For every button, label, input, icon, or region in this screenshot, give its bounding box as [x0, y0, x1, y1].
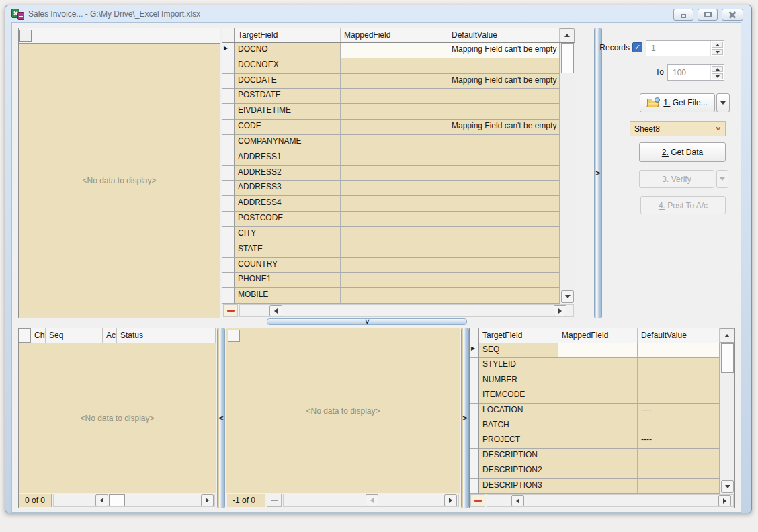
- cell-defaultvalue[interactable]: [638, 373, 720, 388]
- select-all-cell[interactable]: [19, 30, 32, 42]
- table-row[interactable]: MOBILE: [222, 288, 560, 304]
- get-file-dropdown-button[interactable]: [716, 93, 730, 112]
- cell-mappedfield[interactable]: [558, 479, 638, 494]
- cell-defaultvalue[interactable]: [638, 343, 720, 358]
- cell-mappedfield[interactable]: [341, 135, 448, 150]
- cell-defaultvalue[interactable]: [638, 449, 720, 463]
- scroll-right-button[interactable]: [718, 495, 731, 506]
- cell-targetfield[interactable]: DOCNOEX: [235, 58, 341, 74]
- column-header[interactable]: Act: [103, 328, 117, 343]
- table-row[interactable]: ▶DOCNOMapping Field can't be empty: [222, 43, 560, 58]
- cell-targetfield[interactable]: DESCRIPTION: [479, 449, 558, 463]
- scroll-down-button[interactable]: [721, 480, 734, 493]
- scroll-up-button[interactable]: [560, 28, 575, 42]
- vertical-splitter[interactable]: >: [461, 328, 469, 508]
- cell-defaultvalue[interactable]: [448, 196, 560, 212]
- horizontal-scrollbar[interactable]: [239, 304, 574, 317]
- cell-defaultvalue[interactable]: [638, 479, 720, 494]
- column-header[interactable]: MappedField: [341, 28, 448, 42]
- table-row[interactable]: ADDRESS3: [222, 181, 560, 196]
- scrollbar-thumb[interactable]: [721, 343, 734, 373]
- cell-targetfield[interactable]: MOBILE: [235, 288, 341, 304]
- cell-defaultvalue[interactable]: [448, 242, 560, 258]
- vertical-scrollbar[interactable]: [560, 43, 575, 304]
- cell-defaultvalue[interactable]: ----: [638, 433, 720, 448]
- cell-mappedfield[interactable]: [558, 418, 638, 433]
- table-row[interactable]: ADDRESS2: [222, 166, 560, 181]
- get-data-button[interactable]: 2. Get Data: [639, 142, 726, 162]
- cell-targetfield[interactable]: BATCH: [479, 418, 558, 433]
- cell-mappedfield[interactable]: [341, 242, 448, 258]
- cell-targetfield[interactable]: PROJECT: [479, 433, 558, 448]
- scroll-right-button[interactable]: [554, 305, 566, 316]
- remove-row-button[interactable]: [267, 494, 282, 507]
- table-row[interactable]: STYLEID: [470, 358, 720, 373]
- cell-targetfield[interactable]: STATE: [235, 242, 341, 258]
- cell-defaultvalue[interactable]: Mapping Field can't be empty: [448, 120, 560, 135]
- cell-targetfield[interactable]: ADDRESS1: [235, 150, 341, 166]
- cell-defaultvalue[interactable]: [448, 273, 560, 288]
- cell-defaultvalue[interactable]: [448, 288, 560, 304]
- cell-defaultvalue[interactable]: [638, 463, 720, 478]
- spin-down-button[interactable]: [712, 73, 723, 79]
- table-row[interactable]: PHONE1: [222, 273, 560, 288]
- table-row[interactable]: DOCDATEMapping Field can't be empty: [222, 74, 560, 89]
- cell-mappedfield[interactable]: [341, 166, 448, 181]
- column-header[interactable]: Status: [117, 328, 216, 343]
- cell-mappedfield[interactable]: [341, 258, 448, 273]
- cell-targetfield[interactable]: COUNTRY: [235, 258, 341, 273]
- table-row[interactable]: COUNTRY: [222, 258, 560, 273]
- column-header[interactable]: MappedField: [558, 328, 638, 343]
- cell-mappedfield[interactable]: [558, 358, 638, 373]
- cell-mappedfield[interactable]: [341, 227, 448, 242]
- records-checkbox[interactable]: ✓: [632, 42, 642, 52]
- spin-up-button[interactable]: [712, 42, 723, 48]
- cell-mappedfield[interactable]: [341, 74, 448, 89]
- cell-targetfield[interactable]: DESCRIPTION3: [479, 479, 558, 494]
- table-row[interactable]: BATCH: [470, 418, 720, 433]
- minimize-button[interactable]: [673, 9, 693, 21]
- table-row[interactable]: PROJECT----: [470, 433, 720, 448]
- post-to-ac-button[interactable]: 4. Post To A/c: [640, 196, 726, 214]
- cell-targetfield[interactable]: ADDRESS4: [235, 196, 341, 212]
- table-row[interactable]: DESCRIPTION: [470, 449, 720, 463]
- cell-targetfield[interactable]: NUMBER: [479, 373, 558, 388]
- scrollbar-thumb[interactable]: [561, 43, 574, 73]
- records-from-input[interactable]: [646, 41, 710, 56]
- cell-mappedfield[interactable]: [558, 388, 638, 403]
- scroll-left-button[interactable]: [366, 494, 378, 506]
- cell-defaultvalue[interactable]: Mapping Field can't be empty: [448, 43, 560, 58]
- cell-defaultvalue[interactable]: [638, 358, 720, 373]
- cell-defaultvalue[interactable]: [448, 166, 560, 181]
- cell-defaultvalue[interactable]: [448, 135, 560, 150]
- sheet-selector[interactable]: Sheet8 >: [630, 121, 726, 136]
- cell-mappedfield[interactable]: [341, 288, 448, 304]
- column-header[interactable]: DefaultValue: [638, 328, 720, 343]
- cell-mappedfield[interactable]: [558, 343, 638, 358]
- cell-targetfield[interactable]: SEQ: [479, 343, 558, 358]
- table-row[interactable]: DESCRIPTION3: [470, 479, 720, 494]
- horizontal-scrollbar[interactable]: [283, 494, 459, 507]
- cell-mappedfield[interactable]: [341, 196, 448, 212]
- cell-targetfield[interactable]: COMPANYNAME: [235, 135, 341, 150]
- cell-targetfield[interactable]: CODE: [235, 120, 341, 135]
- cell-targetfield[interactable]: DOCDATE: [235, 74, 341, 89]
- cell-mappedfield[interactable]: [558, 404, 638, 418]
- cell-targetfield[interactable]: LOCATION: [479, 404, 558, 418]
- cell-targetfield[interactable]: POSTDATE: [235, 89, 341, 104]
- spin-up-button[interactable]: [712, 66, 723, 72]
- horizontal-scrollbar[interactable]: [487, 494, 734, 507]
- table-row[interactable]: DESCRIPTION2: [470, 463, 720, 478]
- cell-defaultvalue[interactable]: Mapping Field can't be empty: [448, 74, 560, 89]
- cell-targetfield[interactable]: PHONE1: [235, 273, 341, 288]
- title-bar[interactable]: Sales Invoice... - G:\My Drive\_Excel Im…: [5, 5, 751, 23]
- cell-mappedfield[interactable]: [341, 58, 448, 74]
- table-row[interactable]: POSTCODE: [222, 212, 560, 227]
- cell-mappedfield[interactable]: [341, 181, 448, 196]
- scrollbar-thumb[interactable]: [109, 494, 125, 506]
- grid-menu-button[interactable]: [19, 328, 31, 343]
- cell-mappedfield[interactable]: [341, 89, 448, 104]
- table-row[interactable]: LOCATION----: [470, 404, 720, 418]
- column-header[interactable]: TargetField: [235, 28, 341, 42]
- scroll-left-button[interactable]: [95, 494, 108, 506]
